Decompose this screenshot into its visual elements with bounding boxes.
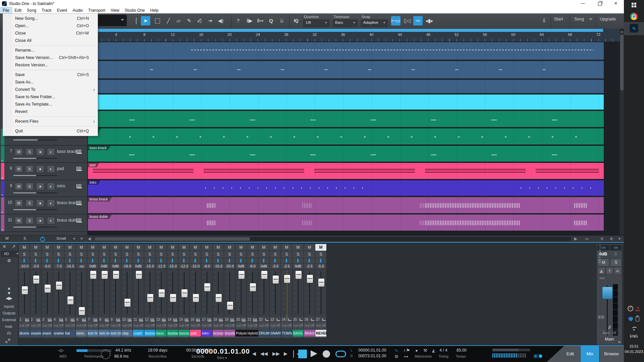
fader-handle[interactable] xyxy=(284,275,290,283)
track-mute-button[interactable]: M xyxy=(15,217,23,224)
track-10[interactable]: ∿10MS●◐brass brack xyxy=(0,197,87,215)
channel-solo-button[interactable]: S xyxy=(19,251,30,258)
expand-button[interactable]: ◂▮▸ xyxy=(425,16,434,25)
channel-fader[interactable] xyxy=(87,269,98,317)
channel-mute-button[interactable]: M xyxy=(30,244,41,251)
follow-button[interactable]: ⇨ xyxy=(413,16,423,25)
channel-fader[interactable] xyxy=(133,269,144,317)
channel-name[interactable]: tom hi xyxy=(87,330,98,337)
channel-mute-button[interactable]: M xyxy=(53,244,64,251)
mixer-channel-basrac[interactable]: MS-12.015Aut Offbasrac xyxy=(178,244,190,338)
scroll-right-icon[interactable]: ▶ xyxy=(574,236,577,241)
channel-volume-readout[interactable]: -8.0 xyxy=(247,263,258,269)
track-record-arm-button[interactable]: ● xyxy=(36,199,44,207)
meter-option-button[interactable] xyxy=(598,315,601,319)
channel-solo-button[interactable]: S xyxy=(87,251,98,258)
chevron-down-icon[interactable] xyxy=(589,18,592,23)
quantize-select[interactable]: 1/8 xyxy=(303,19,329,27)
channel-volume-readout[interactable]: -10.0 xyxy=(19,263,30,269)
fader-handle[interactable] xyxy=(193,294,199,302)
snap-select[interactable]: Adaptive xyxy=(361,19,388,27)
track-mute-button[interactable]: M xyxy=(15,199,23,207)
channel-solo-button[interactable]: S xyxy=(121,251,132,258)
channel-pan-control[interactable] xyxy=(315,258,326,263)
fader-handle[interactable] xyxy=(147,294,154,302)
channel-volume-readout[interactable]: -oo xyxy=(76,263,87,269)
channel-fader[interactable] xyxy=(64,269,75,317)
channel-fader[interactable] xyxy=(167,269,178,317)
mixer-channel-drums[interactable]: MS-10.01Aut Offdrums xyxy=(19,244,30,338)
automation-mode[interactable]: Aut Off xyxy=(213,323,224,328)
channel-volume-readout[interactable]: -15.0 xyxy=(144,263,155,269)
eraser-tool-button[interactable]: ▱ xyxy=(174,16,183,25)
scroll-right-icon[interactable]: ▶ xyxy=(619,340,621,344)
track-height-button[interactable]: ▯◁ xyxy=(402,16,412,25)
clip-intro[interactable]: intro xyxy=(88,180,604,196)
fader-handle[interactable] xyxy=(67,296,74,305)
channel-mute-button[interactable]: M xyxy=(292,244,304,251)
prev-marker-button[interactable]: ◂ xyxy=(252,349,256,358)
stop-button[interactable] xyxy=(298,350,307,358)
master-fader-handle[interactable] xyxy=(602,287,613,299)
fader-handle[interactable] xyxy=(101,270,108,279)
automation-mode[interactable]: Aut Off xyxy=(281,323,292,328)
mono-icon[interactable]: ◭ xyxy=(598,267,605,275)
channel-mute-button[interactable]: M xyxy=(110,244,121,251)
menu-item-close[interactable]: CloseCtrl+W xyxy=(3,29,98,37)
channel-name[interactable]: Polysix xyxy=(235,330,247,337)
menubar-item-studio-one[interactable]: Studio One xyxy=(122,7,148,13)
fader-handle[interactable] xyxy=(261,270,268,279)
minimize-button[interactable]: — xyxy=(576,0,590,7)
track-volume-slider[interactable] xyxy=(13,227,57,228)
timeline-ruler[interactable]: 4812162024283236404448525660646872 xyxy=(87,29,620,42)
metronome-setup-icon[interactable]: ⚒ xyxy=(423,348,427,353)
channel-name[interactable]: tom lov xyxy=(110,330,121,337)
play-button[interactable]: ▶ xyxy=(311,348,317,358)
channel-mute-button[interactable]: M xyxy=(247,244,258,251)
track-mute-button[interactable]: M xyxy=(15,148,23,156)
channel-solo-button[interactable]: S xyxy=(42,251,53,258)
insert-slot[interactable] xyxy=(599,277,605,280)
channel-solo-button[interactable]: S xyxy=(304,251,315,258)
automation-mode[interactable]: Aut Off xyxy=(87,323,98,328)
solo-all-button[interactable]: S xyxy=(23,236,26,240)
channel-fader[interactable] xyxy=(156,269,167,317)
channel-pan-control[interactable] xyxy=(201,258,212,263)
channel-name[interactable]: REVER xyxy=(315,330,326,337)
channel-fader[interactable] xyxy=(110,269,121,317)
channel-mute-button[interactable]: M xyxy=(64,244,75,251)
mixer-channel-rever[interactable]: MS-5.027Aut OffREVER xyxy=(315,244,327,338)
channel-fader[interactable] xyxy=(213,269,224,317)
channel-pan-control[interactable] xyxy=(42,258,53,263)
mixer-channel-toms[interactable]: MS-oo6Aut Offtoms xyxy=(76,244,87,338)
channel-name[interactable]: tom me xyxy=(99,330,110,337)
channel-pan-control[interactable] xyxy=(64,258,75,263)
arrow-tool-button[interactable]: ➤ xyxy=(141,16,150,25)
fader-handle[interactable] xyxy=(136,270,142,279)
channel-name[interactable]: SNARE xyxy=(270,330,281,337)
channel-mute-button[interactable]: M xyxy=(258,244,269,251)
paint-tool-button[interactable]: ✎ xyxy=(184,16,194,25)
fader-handle[interactable] xyxy=(272,275,279,284)
channel-fader[interactable] xyxy=(235,269,247,317)
precount-icon[interactable]: ● xyxy=(415,348,418,353)
mixer-channel-pad[interactable]: MS-15.016Aut Offpad xyxy=(190,244,201,338)
channel-pan-control[interactable] xyxy=(213,258,224,263)
studio-one-taskbar-icon[interactable]: ∿ xyxy=(624,22,644,35)
z-meter-icon[interactable]: Ƶ xyxy=(597,325,622,330)
channel-volume-readout[interactable]: -18.0 xyxy=(121,263,132,269)
channel-name[interactable]: bass xyxy=(156,330,167,337)
vertical-scrollbar[interactable]: ▲ xyxy=(620,30,624,235)
clip-brass-brack[interactable]: brass brack xyxy=(88,197,604,213)
clip-row-5[interactable] xyxy=(88,111,604,127)
channel-fader[interactable] xyxy=(292,269,304,317)
clip-row-3[interactable] xyxy=(88,80,604,93)
io-select[interactable]: I/O xyxy=(1,251,20,257)
automation-mode[interactable]: Aut Off xyxy=(121,323,132,328)
channel-mute-button[interactable]: M xyxy=(76,244,87,251)
menu-item-rename[interactable]: Rename... xyxy=(3,47,98,54)
track-11[interactable]: ∿11MS●◐brass duble xyxy=(0,215,87,232)
channel-solo-button[interactable]: S xyxy=(178,251,190,258)
fader-handle[interactable] xyxy=(181,289,188,298)
channel-solo-button[interactable]: S xyxy=(281,251,292,258)
